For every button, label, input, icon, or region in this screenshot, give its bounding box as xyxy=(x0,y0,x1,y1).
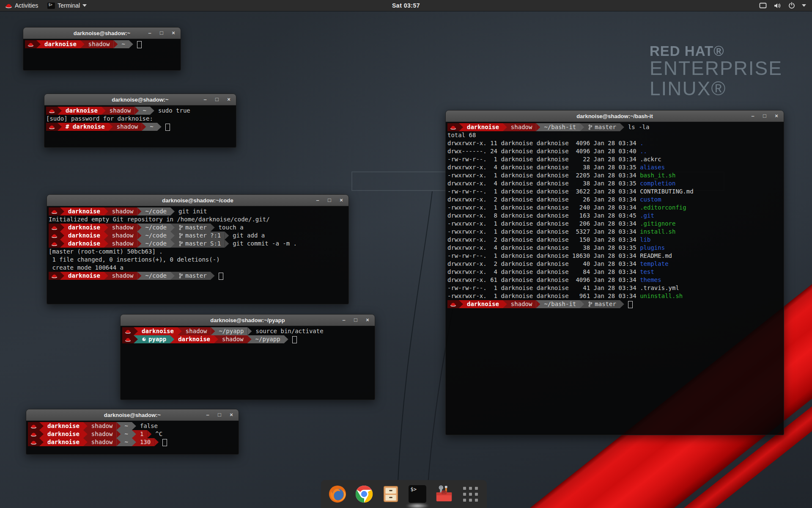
maximize-button[interactable]: □ xyxy=(214,94,220,105)
terminal-window-pyapp[interactable]: darknoise@shadow:~/pyapp – □ × darknoise… xyxy=(120,314,375,400)
powerline-separator xyxy=(134,335,138,343)
powerline-separator xyxy=(170,224,175,232)
terminal-window-exit-codes[interactable]: darknoise@shadow:~ – □ × darknoiseshadow… xyxy=(26,409,239,455)
chevron-down-icon[interactable] xyxy=(802,4,806,7)
terminal-window-home-small[interactable]: darknoise@shadow:~ – □ × darknoiseshadow… xyxy=(23,27,181,71)
terminal-body[interactable]: darknoiseshadow~/bash-itmasterls -latota… xyxy=(446,122,784,435)
prompt-line: darknoiseshadow~/codemaster S:1git commi… xyxy=(49,240,348,248)
powerline-separator xyxy=(137,224,141,232)
terminal-cursor xyxy=(162,439,167,446)
minimize-button[interactable]: – xyxy=(750,110,756,121)
minimize-button[interactable]: – xyxy=(202,94,208,105)
maximize-button[interactable]: □ xyxy=(762,110,768,121)
terminal-window-code[interactable]: darknoise@shadow:~/code – □ × darknoises… xyxy=(47,194,349,304)
prompt-segment-host: shadow xyxy=(106,107,135,115)
command-text: ls -la xyxy=(628,123,650,131)
output-line: -rwxrwxr-x. 1 darknoise darknoise 2205 J… xyxy=(447,171,784,179)
maximize-button[interactable]: □ xyxy=(217,409,222,420)
git-branch-icon xyxy=(588,301,593,307)
ls-filename: .travis.yml xyxy=(640,284,679,292)
power-icon[interactable] xyxy=(788,2,795,9)
powerline-separator xyxy=(247,327,252,335)
ls-filename: uninstall.sh xyxy=(640,292,683,300)
app-grid-icon[interactable] xyxy=(461,484,480,504)
output-line: -rw-rw-r--. 1 darknoise darknoise 22 Jan… xyxy=(447,155,784,163)
close-button[interactable]: × xyxy=(774,110,779,121)
window-titlebar[interactable]: darknoise@shadow:~ – □ × xyxy=(23,28,181,39)
clock[interactable]: Sat 03:57 xyxy=(392,2,420,9)
prompt-hat-segment xyxy=(49,224,60,232)
terminal-window-sudo[interactable]: darknoise@shadow:~ – □ × darknoiseshadow… xyxy=(44,94,236,148)
firefox-icon[interactable] xyxy=(328,484,347,504)
prompt-segment-user: darknoise xyxy=(44,438,83,446)
terminal-body[interactable]: darknoiseshadow~/codegit initInitialized… xyxy=(47,206,348,304)
ls-filename: CONTRIBUTING.md xyxy=(640,188,693,196)
rhel-brand-text: RED HAT® ENTERPRISE LINUX® xyxy=(650,44,782,99)
display-icon[interactable] xyxy=(759,3,767,8)
terminal-dock-icon[interactable]: $> xyxy=(408,484,427,504)
prompt-segment-host: shadow xyxy=(85,40,114,48)
prompt-segment-host: shadow xyxy=(88,422,117,430)
powerline-separator xyxy=(132,422,136,430)
close-button[interactable]: × xyxy=(228,409,234,420)
powerline-separator xyxy=(137,232,141,240)
minimize-button[interactable]: – xyxy=(205,409,211,420)
toolbox-icon[interactable] xyxy=(434,484,454,504)
prompt-segment-path: ~/code xyxy=(141,240,170,248)
ls-filename: template xyxy=(640,260,668,268)
powerline-separator xyxy=(104,240,108,248)
prompt-segment-host: shadow xyxy=(182,327,211,335)
minimize-button[interactable]: – xyxy=(341,315,347,326)
prompt-segment-user: darknoise xyxy=(64,207,104,215)
minimize-button[interactable]: – xyxy=(147,28,153,39)
output-line: drwxrwxr-x. 11 darknoise darknoise 4096 … xyxy=(447,139,784,147)
terminal-body[interactable]: darknoiseshadow~sudo true[sudo] password… xyxy=(44,105,236,147)
chrome-icon[interactable] xyxy=(354,484,374,504)
powerline-separator xyxy=(58,123,62,131)
prompt-segment-git: master xyxy=(584,123,620,131)
terminal-window-bash-it[interactable]: darknoise@shadow:~/bash-it – □ × darknoi… xyxy=(445,110,784,435)
window-titlebar[interactable]: darknoise@shadow:~/pyapp – □ × xyxy=(121,315,375,326)
terminal-body[interactable]: darknoiseshadow~falsedarknoiseshadow~1^C… xyxy=(26,421,239,454)
redhat-fedora-icon xyxy=(5,3,12,8)
chevron-down-icon xyxy=(82,4,87,7)
powerline-separator xyxy=(129,40,133,48)
activities-button[interactable]: Activities xyxy=(0,0,43,11)
maximize-button[interactable]: □ xyxy=(353,315,359,326)
window-titlebar[interactable]: darknoise@shadow:~/code – □ × xyxy=(47,195,348,206)
maximize-button[interactable]: □ xyxy=(159,28,165,39)
output-line: [sudo] password for darknoise: xyxy=(46,115,236,123)
close-button[interactable]: × xyxy=(170,28,176,39)
file-manager-icon[interactable] xyxy=(381,484,401,504)
terminal-cursor xyxy=(628,301,633,308)
ls-filename: bash_it.sh xyxy=(640,171,675,179)
output-line: drwx------. 24 darknoise darknoise 4096 … xyxy=(447,147,784,155)
redhat-fedora-icon xyxy=(51,233,58,238)
prompt-segment-host: shadow xyxy=(108,240,137,248)
app-menu-terminal[interactable]: $> Terminal xyxy=(43,0,91,11)
prompt-segment-path: ~/bash-it xyxy=(540,300,580,308)
redhat-fedora-icon xyxy=(51,209,58,214)
close-button[interactable]: × xyxy=(338,195,344,206)
window-titlebar[interactable]: darknoise@shadow:~/bash-it – □ × xyxy=(446,110,784,122)
powerline-separator xyxy=(580,123,584,131)
ls-filename: completion xyxy=(640,179,675,188)
terminal-body[interactable]: darknoiseshadow~/pyappsource bin/activat… xyxy=(121,326,375,400)
powerline-separator xyxy=(178,327,182,335)
powerline-separator xyxy=(113,40,118,48)
output-line: drwxrwxr-x. 4 darknoise darknoise 38 Jan… xyxy=(447,163,784,171)
prompt-segment-path: ~/pyapp xyxy=(252,335,284,343)
prompt-hat-segment xyxy=(46,107,58,115)
maximize-button[interactable]: □ xyxy=(326,195,332,206)
powerline-separator xyxy=(503,300,507,308)
window-titlebar[interactable]: darknoise@shadow:~ – □ × xyxy=(26,409,239,421)
close-button[interactable]: × xyxy=(226,94,232,105)
window-titlebar[interactable]: darknoise@shadow:~ – □ × xyxy=(44,94,236,105)
powerline-separator xyxy=(170,232,175,240)
powerline-separator xyxy=(83,422,88,430)
minimize-button[interactable]: – xyxy=(315,195,321,206)
volume-icon[interactable] xyxy=(774,3,782,9)
powerline-separator xyxy=(214,335,218,343)
terminal-body[interactable]: darknoiseshadow~ xyxy=(23,39,181,70)
close-button[interactable]: × xyxy=(365,315,370,326)
